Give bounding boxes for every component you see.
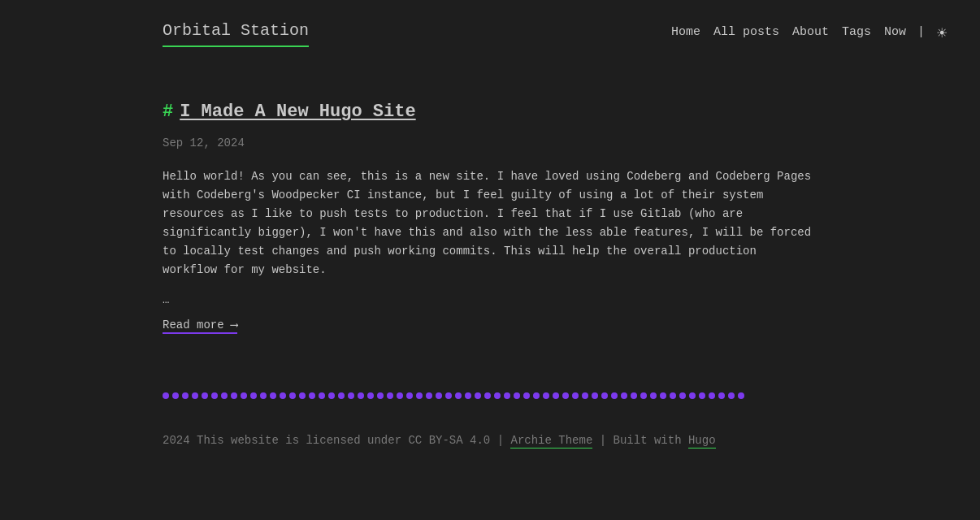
divider-dot (436, 392, 442, 399)
divider-dot (241, 392, 247, 399)
site-title[interactable]: Orbital Station (163, 18, 309, 47)
divider-dot (650, 392, 657, 399)
divider-dot (309, 392, 315, 399)
divider-dot (445, 392, 452, 399)
divider-dot (260, 392, 267, 399)
divider-dot (562, 392, 569, 399)
nav-all-posts[interactable]: All posts (713, 23, 779, 42)
divider-dot (543, 392, 549, 399)
divider-dot (475, 392, 481, 399)
post-title: I Made A New Hugo Site (180, 98, 415, 126)
divider-dot (358, 392, 364, 399)
read-more-link[interactable]: Read more ⟶ (163, 318, 237, 334)
divider-dot (348, 392, 354, 399)
divider-dot (192, 392, 198, 399)
divider-dot (553, 392, 559, 399)
footer-text: 2024 This website is licensed under CC B… (163, 434, 504, 447)
nav-tags[interactable]: Tags (842, 23, 871, 42)
divider-dot (601, 392, 608, 399)
divider-dot (387, 392, 393, 399)
divider-dot (289, 392, 296, 399)
divider-dot (280, 392, 286, 399)
nav-separator: | (917, 23, 925, 42)
divider-dot (416, 392, 423, 399)
divider-dot (494, 392, 501, 399)
nav-about[interactable]: About (792, 23, 829, 42)
divider-dot (709, 392, 715, 399)
divider-dot (172, 392, 179, 399)
divider-dot (592, 392, 598, 399)
divider-dot (299, 392, 306, 399)
divider-dot (611, 392, 618, 399)
divider-dot (718, 392, 725, 399)
divider-dot (455, 392, 462, 399)
divider-dot (621, 392, 627, 399)
divider-dot (660, 392, 666, 399)
divider-dot (202, 392, 208, 399)
nav-now[interactable]: Now (884, 23, 906, 42)
divider-dot (221, 392, 228, 399)
post-date: Sep 12, 2024 (163, 134, 817, 152)
theme-toggle-button[interactable]: ☀ (936, 25, 947, 41)
divider-dot (699, 392, 705, 399)
divider-dot (397, 392, 403, 399)
divider-dot (211, 392, 218, 399)
divider-dot (163, 392, 169, 399)
divider-dot (182, 392, 189, 399)
divider-dot (631, 392, 637, 399)
footer-archie-theme-link[interactable]: Archie Theme (510, 434, 592, 448)
divider-dot (504, 392, 510, 399)
divider-dot (533, 392, 540, 399)
divider-dot (426, 392, 432, 399)
hash-symbol: # (163, 98, 173, 126)
divider-dot (250, 392, 257, 399)
post-title-line: # I Made A New Hugo Site (163, 98, 817, 126)
divider-dot (465, 392, 471, 399)
divider-dot (328, 392, 335, 399)
divider-dot (670, 392, 676, 399)
post-ellipsis: … (163, 291, 817, 309)
divider-dot (582, 392, 588, 399)
divider-dot (572, 392, 579, 399)
post-content: Hello world! As you can see, this is a n… (163, 167, 813, 280)
divider-dot (270, 392, 276, 399)
divider-dot (338, 392, 345, 399)
footer-hugo-link[interactable]: Hugo (688, 434, 716, 448)
divider-dot (514, 392, 520, 399)
divider (0, 392, 980, 399)
divider-dot (679, 392, 686, 399)
nav-home[interactable]: Home (671, 23, 700, 42)
divider-dot (377, 392, 384, 399)
divider-dot (484, 392, 491, 399)
divider-dot (367, 392, 374, 399)
divider-dot (319, 392, 325, 399)
divider-dot (689, 392, 696, 399)
footer-separator: | Built with (600, 434, 682, 447)
divider-dot (523, 392, 530, 399)
divider-dot (728, 392, 735, 399)
divider-dot (738, 392, 744, 399)
divider-dot (406, 392, 413, 399)
divider-dot (231, 392, 237, 399)
divider-dot (640, 392, 647, 399)
